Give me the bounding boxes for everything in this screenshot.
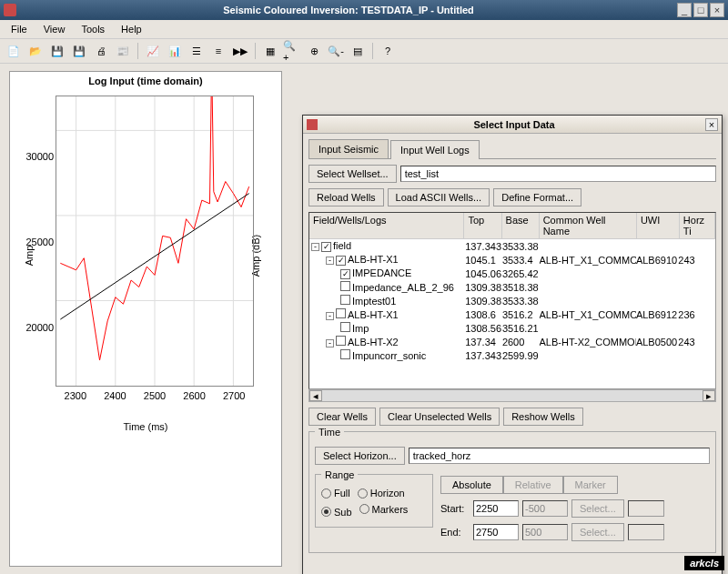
chart-panel: Log Input (time domain) Amp Amp (dB) 200…	[9, 71, 282, 567]
tree-checkbox[interactable]	[340, 322, 350, 332]
tree-checkbox[interactable]	[340, 349, 350, 359]
tree-toggle-icon[interactable]: -	[326, 312, 334, 320]
tree-body: -✓field137.3433533.38-✓ALB-HT-X11045.135…	[309, 239, 715, 362]
start-marker-select-button: Select...	[571, 499, 624, 518]
end-absolute-input[interactable]	[473, 524, 519, 540]
load-ascii-wells-button[interactable]: Load ASCII Wells...	[388, 188, 490, 206]
start-marker-input	[628, 500, 664, 517]
tree-checkbox[interactable]: ✓	[321, 242, 331, 252]
tree-row[interactable]: Impuncorr_sonic137.3432599.99	[309, 348, 715, 362]
absolute-tab-header[interactable]: Absolute	[440, 476, 503, 494]
app-icon	[4, 4, 16, 16]
tree-toggle-icon[interactable]: -	[311, 243, 319, 251]
tree-item-label: IMPEDANCE	[352, 267, 411, 278]
select-wellset-button[interactable]: Select Wellset...	[308, 165, 397, 183]
tab-input-well-logs[interactable]: Input Well Logs	[390, 140, 480, 159]
print-icon[interactable]: 🖨	[91, 41, 111, 61]
zoomin-icon[interactable]: 🔍+	[282, 41, 302, 61]
tree-row[interactable]: Imptest011309.383533.38	[309, 294, 715, 307]
select-horizon-button[interactable]: Select Horizon...	[315, 447, 405, 465]
tree-row[interactable]: ✓IMPEDANCE1045.063265.42	[309, 267, 715, 280]
relative-tab-header[interactable]: Relative	[503, 476, 563, 494]
tab-input-seismic[interactable]: Input Seismic	[308, 139, 389, 158]
tree-item-label: Imptest01	[352, 296, 396, 307]
playall-icon[interactable]: ▶▶	[230, 41, 250, 61]
tree-scroll-h[interactable]: ◂ ▸	[308, 389, 716, 402]
tree-header: Field/Wells/LogsTopBaseCommon Well NameU…	[309, 213, 715, 239]
define-format-button[interactable]: Define Format...	[493, 188, 581, 206]
clear-wells-button[interactable]: Clear Wells	[308, 408, 376, 426]
maximize-button[interactable]: □	[693, 3, 708, 17]
tree-row[interactable]: -✓ALB-HT-X11045.13533.4ALB-HT_X1_COMMONA…	[309, 253, 715, 267]
scroll-left-icon[interactable]: ◂	[309, 390, 322, 401]
tree-item-label: ALB-HT-X1	[348, 309, 399, 320]
tree-row[interactable]: Imp1308.563516.21	[309, 321, 715, 335]
chart-area	[56, 96, 254, 387]
range-fieldset: Range FullHorizonSubMarkers	[315, 474, 433, 528]
reshow-wells-button[interactable]: Reshow Wells	[503, 408, 583, 426]
tree-checkbox[interactable]	[340, 281, 350, 291]
dialog-titlebar: Select Input Data ×	[303, 116, 722, 134]
tree-col-header[interactable]: Base	[502, 213, 540, 238]
tree-checkbox[interactable]: ✓	[340, 269, 350, 279]
tree-checkbox[interactable]	[336, 336, 346, 346]
start-label: Start:	[440, 503, 470, 514]
close-window-button[interactable]: ×	[710, 3, 724, 17]
zoomfit-icon[interactable]: ⊕	[304, 41, 324, 61]
tree-item-label: ALB-HT-X2	[348, 337, 399, 347]
tree-row[interactable]: -ALB-HT-X2137.342600ALB-HT-X2_COMMONALB0…	[309, 335, 715, 348]
wellset-field[interactable]	[400, 166, 716, 182]
reload-wells-button[interactable]: Reload Wells	[308, 188, 384, 206]
tree-item-label: field	[333, 240, 351, 251]
tree-toggle-icon[interactable]: -	[326, 339, 334, 347]
grid-icon[interactable]: ▦	[260, 41, 280, 61]
colormap-icon[interactable]: ▤	[348, 41, 368, 61]
range-markers-radio[interactable]: Markers	[359, 504, 409, 515]
scroll-right-icon[interactable]: ▸	[703, 390, 715, 401]
tree-col-header[interactable]: UWI	[637, 213, 680, 238]
run-icon[interactable]: 📈	[143, 41, 163, 61]
zoomout-icon[interactable]: 🔍-	[326, 41, 346, 61]
tree-checkbox[interactable]	[336, 308, 346, 318]
minimize-button[interactable]: _	[677, 3, 692, 17]
menu-file[interactable]: File	[4, 22, 35, 36]
tree-col-header[interactable]: Horz Ti	[680, 213, 715, 238]
end-relative-input	[522, 524, 568, 540]
dialog-close-button[interactable]: ×	[705, 118, 718, 131]
window-titlebar: Seismic Coloured Inversion: TESTDATA_IP …	[0, 0, 728, 20]
menu-help[interactable]: Help	[114, 22, 149, 36]
tree-row[interactable]: Impedance_ALB_2_961309.383518.38	[309, 280, 715, 294]
tree-item-label: ALB-HT-X1	[348, 254, 399, 265]
range-full-radio[interactable]: Full	[321, 488, 350, 498]
tree-checkbox[interactable]	[340, 295, 350, 305]
clear-unselected-wells-button[interactable]: Clear Unselected Wells	[379, 408, 500, 426]
new-icon[interactable]: 📄	[4, 41, 24, 61]
select-input-data-dialog: Select Input Data × Input Seismic Input …	[302, 115, 723, 574]
tree-col-header[interactable]: Top	[464, 213, 501, 238]
tree-row[interactable]: -✓field137.3433533.38	[309, 239, 715, 253]
horizon-field[interactable]	[409, 448, 710, 464]
tree-col-header[interactable]: Common Well Name	[540, 213, 637, 238]
time-legend: Time	[315, 427, 344, 438]
printpreview-icon[interactable]: 📰	[113, 41, 133, 61]
wells-tree: Field/Wells/LogsTopBaseCommon Well NameU…	[308, 212, 716, 389]
wizard-icon[interactable]: 📊	[165, 41, 185, 61]
config-icon[interactable]: ≡	[208, 41, 228, 61]
save-icon[interactable]: 💾	[47, 41, 67, 61]
help-icon[interactable]: ?	[378, 41, 398, 61]
tree-col-header[interactable]: Field/Wells/Logs	[309, 213, 464, 238]
menu-tools[interactable]: Tools	[74, 22, 112, 36]
menu-view[interactable]: View	[36, 22, 73, 36]
tree-row[interactable]: -ALB-HT-X11308.63516.2ALB-HT_X1_COMMONAL…	[309, 307, 715, 321]
tree-toggle-icon[interactable]: -	[326, 257, 334, 265]
saveas-icon[interactable]: 💾	[69, 41, 89, 61]
range-sub-radio[interactable]: Sub	[321, 507, 352, 518]
start-relative-input	[522, 500, 568, 517]
marker-tab-header[interactable]: Marker	[563, 476, 618, 494]
range-horizon-radio[interactable]: Horizon	[358, 488, 405, 498]
tree-checkbox[interactable]: ✓	[336, 256, 346, 266]
start-absolute-input[interactable]	[473, 500, 519, 517]
tree-item-label: Imp	[352, 323, 369, 334]
list-icon[interactable]: ☰	[187, 41, 207, 61]
open-icon[interactable]: 📂	[25, 41, 46, 61]
